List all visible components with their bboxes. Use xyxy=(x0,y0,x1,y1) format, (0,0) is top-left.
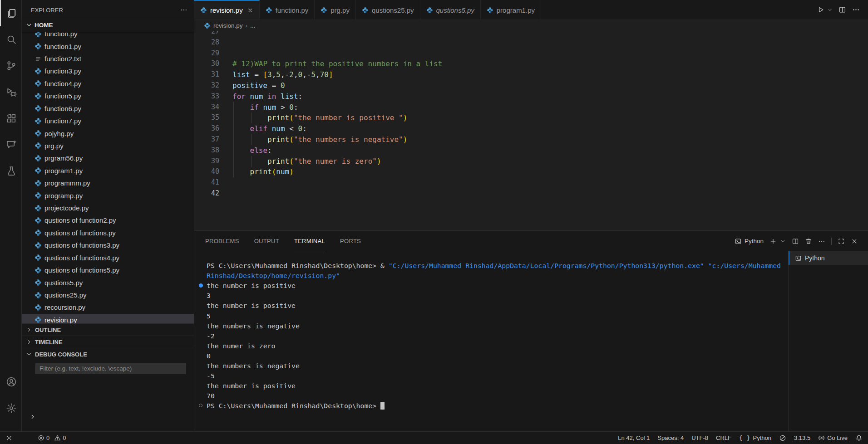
python-version[interactable]: 3.13.5 xyxy=(794,434,810,441)
account-button[interactable] xyxy=(0,369,22,395)
more-actions-icon[interactable] xyxy=(852,6,860,14)
broadcast-icon xyxy=(818,434,825,441)
maximize-panel-button[interactable] xyxy=(838,238,845,245)
code-line: 30# 12)WAP to print the positive numbers… xyxy=(194,59,861,69)
notifications-button[interactable] xyxy=(855,434,863,442)
explorer-title: EXPLORER xyxy=(31,7,63,14)
file-item[interactable]: projectcode.py xyxy=(22,202,194,214)
activity-bar xyxy=(0,0,22,431)
editor-tab[interactable]: program1.py xyxy=(481,0,541,20)
file-item[interactable]: function.py xyxy=(22,32,194,40)
code-line: 37 print("the numbers is negative") xyxy=(194,134,861,145)
kill-terminal-button[interactable] xyxy=(805,238,812,245)
close-icon[interactable] xyxy=(247,7,253,14)
file-item[interactable]: programp.py xyxy=(22,189,194,201)
tab-label: qustions25.py xyxy=(372,6,414,14)
file-item[interactable]: qustions of functions4.py xyxy=(22,252,194,264)
new-terminal-button[interactable] xyxy=(769,238,777,245)
settings-button[interactable] xyxy=(0,395,22,421)
cursor-position[interactable]: Ln 42, Col 1 xyxy=(618,434,650,441)
activity-item-explorer[interactable] xyxy=(0,0,22,26)
explorer-more-actions-icon[interactable] xyxy=(180,6,187,14)
file-item[interactable]: function3.py xyxy=(22,65,194,77)
file-item[interactable]: prgram56.py xyxy=(22,152,194,164)
file-item[interactable]: programmm.py xyxy=(22,177,194,189)
file-item[interactable]: function2.txt xyxy=(22,53,194,65)
line-number: 41 xyxy=(194,177,219,188)
editor-tab[interactable]: revision.py xyxy=(194,0,260,20)
close-panel-button[interactable] xyxy=(851,238,858,245)
terminal-output[interactable]: PS C:\Users\Muhammed Rinshad\Desktop\hom… xyxy=(194,253,788,431)
account-icon xyxy=(6,376,17,387)
indentation[interactable]: Spaces: 4 xyxy=(657,434,684,441)
file-item[interactable]: qustions of functions5.py xyxy=(22,264,194,276)
file-item[interactable]: function1.py xyxy=(22,40,194,52)
go-live-button[interactable]: Go Live xyxy=(818,434,848,441)
eol-sequence[interactable]: CRLF xyxy=(716,434,731,441)
terminal-line: the numbers is negative xyxy=(207,321,300,331)
file-item[interactable]: pojyhg.py xyxy=(22,127,194,139)
file-item[interactable]: function4.py xyxy=(22,78,194,90)
editor-tab[interactable]: prg.py xyxy=(315,0,356,20)
breadcrumb-file[interactable]: revision.py xyxy=(213,22,243,29)
section-header-outline[interactable]: OUTLINE xyxy=(22,323,194,336)
linting-status[interactable] xyxy=(779,434,786,442)
terminal-dropdown-chevron-icon[interactable] xyxy=(780,238,786,244)
python-icon xyxy=(35,155,42,162)
file-item[interactable]: function7.py xyxy=(22,115,194,127)
terminal-line: 0 xyxy=(207,351,211,361)
breadcrumb-symbol[interactable]: ... xyxy=(250,22,255,29)
activity-item-run-debug[interactable] xyxy=(0,79,22,105)
terminal-line: 70 xyxy=(207,391,215,401)
file-item[interactable]: qustions5.py xyxy=(22,276,194,288)
split-terminal-button[interactable] xyxy=(792,238,799,245)
terminal-line: the numbers is negative xyxy=(207,361,300,371)
file-item[interactable]: prg.py xyxy=(22,140,194,152)
launch-profile[interactable]: Python xyxy=(735,238,764,245)
run-python-file-button[interactable] xyxy=(817,6,825,14)
activity-item-source-control[interactable] xyxy=(0,53,22,79)
section-header-home[interactable]: HOME xyxy=(22,18,194,32)
run-options-chevron-icon[interactable] xyxy=(827,7,833,13)
command-success-decoration xyxy=(199,283,203,288)
section-header-debug-console[interactable]: DEBUG CONSOLE xyxy=(22,348,194,360)
encoding[interactable]: UTF-8 xyxy=(691,434,708,441)
file-item[interactable]: qustions of function2.py xyxy=(22,214,194,226)
line-number: 30 xyxy=(194,59,219,69)
activity-item-extensions[interactable] xyxy=(0,105,22,132)
debug-console-input-chevron[interactable] xyxy=(29,413,36,420)
language-mode[interactable]: { } Python xyxy=(739,434,771,441)
activity-item-testing[interactable] xyxy=(0,158,22,184)
tab-output[interactable]: OUTPUT xyxy=(254,231,279,251)
python-icon xyxy=(204,22,211,29)
split-editor-button[interactable] xyxy=(838,6,846,14)
file-item[interactable]: program1.py xyxy=(22,165,194,177)
tab-problems[interactable]: PROBLEMS xyxy=(205,231,239,251)
editor-tab[interactable]: qustions5.py xyxy=(420,0,481,20)
tab-ports[interactable]: PORTS xyxy=(340,231,361,251)
file-item[interactable]: function6.py xyxy=(22,102,194,115)
code-text: elif num < 0: xyxy=(232,123,307,134)
problems-status[interactable]: 0 0 xyxy=(38,434,69,441)
terminal-toolbar: Python xyxy=(735,231,868,251)
file-item[interactable]: recoursion.py xyxy=(22,301,194,313)
breadcrumb[interactable]: revision.py › ... xyxy=(194,20,868,31)
editor-tab[interactable]: qustions25.py xyxy=(356,0,420,20)
code-editor[interactable]: 27282930# 12)WAP to print the positive n… xyxy=(194,31,868,230)
activity-item-chat[interactable] xyxy=(0,132,22,158)
file-item[interactable]: function5.py xyxy=(22,90,194,102)
debug-console-filter-input[interactable] xyxy=(35,363,186,374)
file-name: pojyhg.py xyxy=(44,130,74,137)
file-item[interactable]: qustions of functions.py xyxy=(22,227,194,239)
remote-indicator[interactable] xyxy=(5,434,13,442)
tab-terminal[interactable]: TERMINAL xyxy=(294,231,325,251)
terminal-more-actions-icon[interactable] xyxy=(818,238,825,245)
file-item[interactable]: qustions of functions3.py xyxy=(22,239,194,251)
editor-tab[interactable]: function.py xyxy=(260,0,315,20)
terminal-tab-python[interactable]: Python xyxy=(789,251,868,265)
activity-item-search[interactable] xyxy=(0,26,22,53)
file-item[interactable]: qustions25.py xyxy=(22,289,194,301)
section-header-timeline[interactable]: TIMELINE xyxy=(22,336,194,348)
python-icon xyxy=(487,7,493,14)
file-item[interactable]: revision.py xyxy=(22,314,194,323)
